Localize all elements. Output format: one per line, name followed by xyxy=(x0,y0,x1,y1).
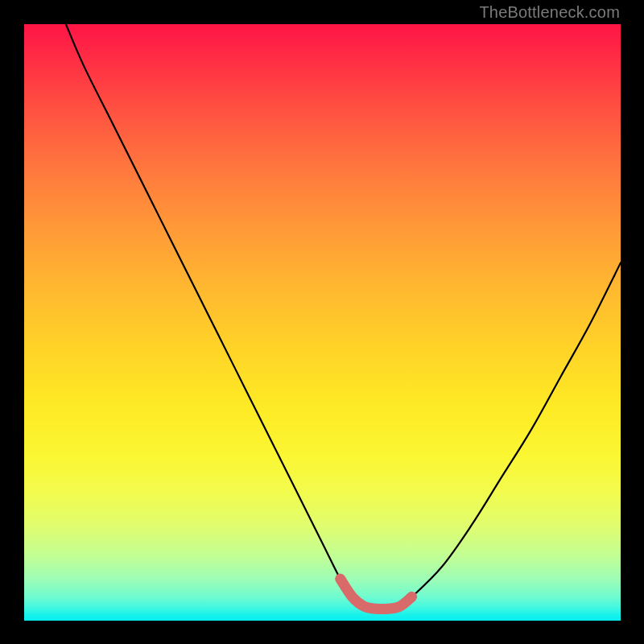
plot-area xyxy=(24,24,621,621)
watermark-text: TheBottleneck.com xyxy=(479,3,620,22)
bottleneck-curve xyxy=(66,24,621,609)
curve-svg xyxy=(24,24,621,621)
sweet-spot-marker xyxy=(341,579,412,609)
chart-container: TheBottleneck.com xyxy=(0,0,644,644)
